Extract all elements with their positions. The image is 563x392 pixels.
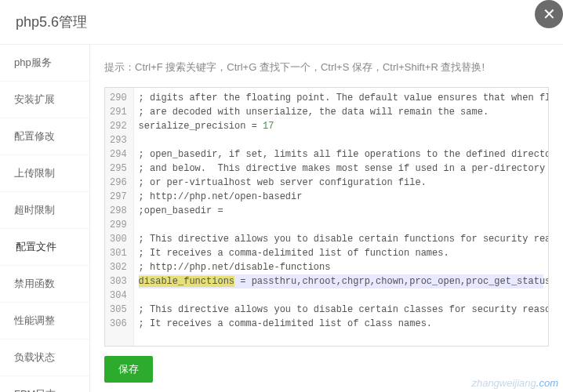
sidebar-item-6[interactable]: 禁用函数: [0, 266, 89, 303]
line-gutter: 2902912922932942952962972982993003013023…: [105, 88, 134, 346]
line-number: 296: [110, 176, 127, 190]
modal: php5.6管理 ✕ php服务安装扩展配置修改上传限制超时限制配置文件禁用函数…: [0, 0, 563, 392]
line-number: 290: [110, 91, 127, 105]
code-line[interactable]: ; This directive allows you to disable c…: [139, 232, 543, 246]
modal-body: php服务安装扩展配置修改上传限制超时限制配置文件禁用函数性能调整负载状态FPM…: [0, 45, 563, 392]
watermark-text: zhangweijiang: [471, 377, 536, 389]
sidebar-item-3[interactable]: 上传限制: [0, 155, 89, 192]
sidebar-item-5[interactable]: 配置文件: [0, 229, 89, 266]
code-line[interactable]: [139, 218, 543, 232]
line-number: 306: [110, 317, 127, 331]
code-line[interactable]: [139, 289, 543, 303]
code-line[interactable]: serialize_precision = 17: [139, 119, 543, 133]
code-line[interactable]: ; http://php.net/disable-functions: [139, 260, 543, 274]
line-number: 305: [110, 303, 127, 317]
modal-title: php5.6管理: [16, 13, 87, 31]
code-area[interactable]: ; digits after the floating point. The d…: [134, 88, 548, 346]
code-line[interactable]: ; open_basedir, if set, limits all file …: [139, 147, 543, 162]
sidebar: php服务安装扩展配置修改上传限制超时限制配置文件禁用函数性能调整负载状态FPM…: [0, 45, 90, 392]
save-button[interactable]: 保存: [104, 356, 153, 383]
code-line[interactable]: ; It receives a comma-delimited list of …: [139, 317, 543, 331]
hint-text: 提示：Ctrl+F 搜索关键字，Ctrl+G 查找下一个，Ctrl+S 保存，C…: [104, 56, 549, 79]
line-number: 295: [110, 162, 127, 176]
watermark-suffix: .com: [536, 377, 558, 389]
code-line[interactable]: ; and below. This directive makes most s…: [139, 162, 543, 176]
close-icon: ✕: [543, 5, 556, 24]
line-number: 298: [110, 204, 127, 218]
sidebar-item-7[interactable]: 性能调整: [0, 303, 89, 339]
sidebar-item-1[interactable]: 安装扩展: [0, 82, 89, 118]
line-number: 294: [110, 147, 127, 162]
watermark: zhangweijiang.com: [471, 377, 558, 389]
sidebar-item-4[interactable]: 超时限制: [0, 192, 89, 229]
line-number: 301: [110, 246, 127, 260]
close-button[interactable]: ✕: [535, 0, 563, 28]
line-number: 300: [110, 232, 127, 246]
line-number: 293: [110, 133, 127, 147]
sidebar-item-9[interactable]: FPM日志: [0, 376, 89, 392]
code-line[interactable]: ; http://php.net/open-basedir: [139, 190, 543, 204]
line-number: 292: [110, 119, 127, 133]
code-line[interactable]: ; This directive allows you to disable c…: [139, 303, 543, 317]
line-number: 297: [110, 190, 127, 204]
line-number: 303: [110, 274, 127, 289]
code-line[interactable]: disable_functions = passthru,chroot,chgr…: [139, 274, 543, 289]
code-editor[interactable]: 2902912922932942952962972982993003013023…: [104, 87, 549, 347]
sidebar-item-8[interactable]: 负载状态: [0, 339, 89, 376]
code-line[interactable]: ; are decoded with unserialize, the data…: [139, 105, 543, 119]
sidebar-item-2[interactable]: 配置修改: [0, 118, 89, 155]
line-number: 291: [110, 105, 127, 119]
code-line[interactable]: ;open_basedir =: [139, 204, 543, 218]
code-line[interactable]: ; It receives a comma-delimited list of …: [139, 246, 543, 260]
code-line[interactable]: ; digits after the floating point. The d…: [139, 91, 543, 105]
code-line[interactable]: [139, 133, 543, 147]
modal-header: php5.6管理: [0, 0, 563, 45]
line-number: 302: [110, 260, 127, 274]
code-line[interactable]: ; or per-virtualhost web server configur…: [139, 176, 543, 190]
main-panel: 提示：Ctrl+F 搜索关键字，Ctrl+G 查找下一个，Ctrl+S 保存，C…: [90, 45, 563, 392]
line-number: 304: [110, 289, 127, 303]
sidebar-item-0[interactable]: php服务: [0, 45, 89, 82]
line-number: 299: [110, 218, 127, 232]
